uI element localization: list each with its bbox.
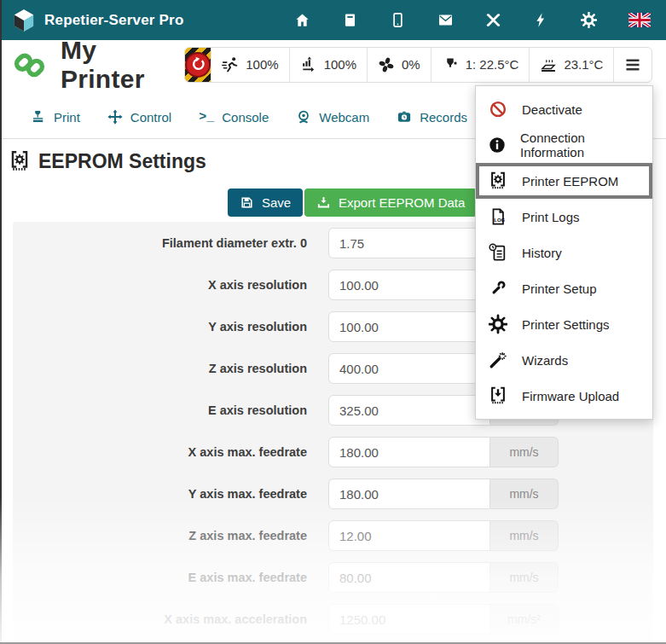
eeprom-chip-icon	[488, 170, 508, 192]
bed-temp-value: 23.1°C	[564, 57, 603, 72]
hamburger-icon	[625, 58, 640, 72]
flow-multiplier-button[interactable]: 100%	[289, 48, 367, 82]
y-max-feedrate-input[interactable]	[328, 479, 490, 509]
fan-button[interactable]: 0%	[367, 48, 431, 82]
z-resolution-input[interactable]	[328, 353, 490, 384]
field-label: Z axis max. feedrate	[13, 529, 328, 542]
power-bolt-icon[interactable]	[533, 12, 549, 28]
menu-item-label: Wizards	[522, 353, 568, 368]
z-max-feedrate-input[interactable]	[328, 520, 490, 551]
x-resolution-input[interactable]	[328, 270, 490, 300]
x-max-feedrate-input[interactable]	[328, 437, 490, 467]
form-row: E axis max. feedrate mm/s	[13, 562, 653, 593]
e-resolution-input[interactable]	[328, 395, 490, 426]
save-label: Save	[262, 195, 291, 210]
form-row: Y axis max. feedrate mm/s	[13, 479, 653, 509]
tab-label: Webcam	[319, 110, 369, 125]
menu-item-deactivate[interactable]: Deactivate	[476, 91, 652, 127]
menu-item-printer-settings[interactable]: Printer Settings	[476, 306, 652, 342]
field-label: X axis resolution	[13, 278, 328, 292]
messages-icon[interactable]	[437, 12, 454, 28]
records-icon	[397, 109, 412, 125]
extruder-temp-button[interactable]: 1: 22.5°C	[431, 48, 530, 82]
bed-temp-button[interactable]: 23.1°C	[529, 48, 613, 82]
tab-webcam[interactable]: Webcam	[282, 97, 383, 138]
menu-item-print-logs[interactable]: Print Logs	[476, 199, 652, 235]
filament-diameter-input[interactable]	[328, 228, 490, 258]
export-eeprom-button[interactable]: Export EEPROM Data	[304, 189, 477, 217]
repetier-logo-icon	[12, 9, 36, 32]
printer-name: My Printer	[61, 36, 184, 94]
menu-item-printer-setup[interactable]: Printer Setup	[476, 270, 652, 306]
webcam-icon	[296, 109, 311, 125]
brand[interactable]: Repetier-Server Pro	[12, 9, 183, 32]
tab-console[interactable]: >_ Console	[185, 98, 282, 138]
menu-item-wizards[interactable]: Wizards	[476, 342, 652, 378]
emergency-stop-icon	[185, 52, 211, 78]
bed-temp-icon	[540, 56, 557, 73]
emergency-stop-button[interactable]	[185, 48, 211, 82]
save-button[interactable]: Save	[228, 189, 303, 217]
tab-label: Control	[130, 110, 171, 125]
touchscreen-icon[interactable]	[390, 12, 406, 28]
x-max-acceleration-input[interactable]	[328, 604, 490, 635]
firmware-upload-icon	[488, 385, 508, 407]
menu-item-label: Printer Settings	[522, 317, 610, 332]
history-icon	[488, 241, 508, 264]
console-prompt-icon: >_	[199, 110, 214, 125]
field-label: Y axis resolution	[13, 320, 328, 334]
printer-toolbar: 100% 100% 0% 1: 22.5°C 23.1°C	[184, 47, 652, 83]
menu-item-history[interactable]: History	[476, 235, 652, 270]
menu-item-printer-eeprom[interactable]: Printer EEPROM	[476, 163, 652, 199]
extruder-temp-value: 1: 22.5°C	[466, 57, 519, 72]
field-label: Z axis resolution	[13, 362, 328, 375]
tab-label: Records	[420, 110, 467, 125]
print-icon	[31, 109, 46, 125]
menu-item-label: Connection Information	[520, 131, 640, 160]
eeprom-chip-icon	[9, 149, 31, 173]
speed-multiplier-icon	[222, 56, 239, 73]
info-icon	[488, 134, 507, 156]
field-label: E axis max. feedrate	[13, 571, 328, 584]
maintenance-icon[interactable]	[485, 12, 501, 28]
unit-addon: mm/s²	[490, 604, 559, 635]
tab-control[interactable]: Control	[94, 97, 185, 138]
field-label: Y axis max. feedrate	[13, 487, 328, 501]
uk-flag-icon[interactable]	[628, 13, 651, 27]
e-max-feedrate-input[interactable]	[328, 562, 490, 593]
tab-label: Print	[54, 110, 80, 125]
speed-multiplier-button[interactable]: 100%	[211, 48, 288, 82]
menu-item-label: History	[522, 246, 562, 260]
menu-item-firmware-upload[interactable]: Firmware Upload	[476, 378, 652, 414]
wrench-icon	[488, 277, 508, 299]
printer-menu-button[interactable]	[613, 48, 652, 82]
menu-item-label: Printer EEPROM	[522, 174, 618, 189]
form-row: X axis max. acceleration mm/s²	[13, 604, 653, 635]
home-icon[interactable]	[294, 12, 310, 28]
menu-item-label: Print Logs	[522, 210, 580, 224]
tab-label: Console	[222, 110, 269, 125]
flow-multiplier-icon	[300, 56, 317, 73]
print-logs-icon	[488, 206, 508, 228]
y-resolution-input[interactable]	[328, 311, 490, 342]
save-floppy-icon	[240, 195, 254, 210]
settings-gear-icon[interactable]	[581, 12, 597, 28]
tab-print[interactable]: Print	[17, 97, 94, 138]
menu-item-connection-information[interactable]: Connection Information	[476, 127, 652, 163]
tab-records[interactable]: Records	[383, 97, 481, 138]
fan-icon	[378, 56, 395, 73]
field-label: E axis resolution	[13, 403, 328, 417]
fan-value: 0%	[402, 57, 420, 72]
export-label: Export EEPROM Data	[339, 195, 465, 210]
brand-title: Repetier-Server Pro	[44, 12, 183, 29]
form-row: Z axis max. feedrate mm/s	[13, 520, 653, 551]
unit-addon: mm/s	[490, 437, 559, 467]
extruder-temp-icon	[442, 56, 459, 73]
menu-item-label: Printer Setup	[522, 281, 597, 296]
printer-box-icon[interactable]	[342, 12, 358, 28]
window-left-border	[0, 0, 2, 644]
page-title-text: EEPROM Settings	[38, 150, 206, 173]
field-label: X axis max. acceleration	[13, 612, 328, 626]
menu-item-label: Firmware Upload	[522, 389, 619, 403]
printer-link-icon	[14, 49, 45, 81]
